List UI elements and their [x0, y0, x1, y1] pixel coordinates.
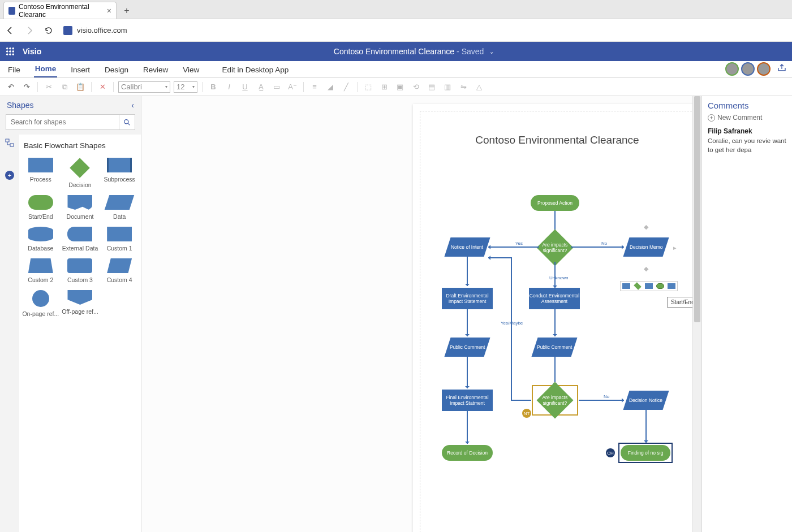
- shape-c1[interactable]: Custom 1: [100, 224, 139, 254]
- rotate-button[interactable]: ⟲: [410, 81, 422, 93]
- new-tab-button[interactable]: +: [119, 3, 135, 19]
- bold-button[interactable]: B: [207, 81, 219, 93]
- connector[interactable]: [488, 257, 511, 258]
- autoconnect-arrow-icon[interactable]: ▸: [673, 244, 677, 252]
- shape-c2[interactable]: Custom 2: [21, 256, 60, 286]
- connector[interactable]: [467, 411, 468, 444]
- node-finding[interactable]: Finding of no sig: [621, 445, 670, 461]
- mini-process-icon[interactable]: [622, 283, 630, 289]
- shape-startend[interactable]: Start/End: [21, 193, 60, 222]
- browser-tab[interactable]: Contoso Environmental Clearanc ×: [3, 2, 117, 19]
- mini-subprocess-icon[interactable]: [645, 283, 653, 289]
- shape-process[interactable]: Process: [21, 155, 60, 191]
- address-bar[interactable]: visio.office.com: [63, 26, 786, 35]
- quick-shapes-minibar[interactable]: [620, 281, 678, 291]
- node-draft-eis[interactable]: Draft Environmental Impact Statement: [442, 288, 493, 309]
- delete-button[interactable]: ✕: [96, 81, 109, 93]
- connector[interactable]: [467, 309, 468, 336]
- node-proposed-action[interactable]: Proposed Action: [531, 195, 579, 211]
- comment-badge-nt[interactable]: NT: [522, 409, 531, 418]
- mini-decision-icon[interactable]: [634, 282, 642, 290]
- node-notice-intent[interactable]: Notice of Intent: [444, 237, 490, 257]
- add-stencil-button[interactable]: +: [5, 171, 14, 180]
- italic-button[interactable]: I: [223, 81, 235, 93]
- node-public-comment-2[interactable]: Public Comment: [531, 338, 577, 357]
- drawing-page[interactable]: Contoso Environmental Clearance Proposed…: [413, 104, 701, 532]
- document-title[interactable]: Contoso Environmental Clearance - Saved …: [334, 47, 494, 56]
- mini-startend-icon[interactable]: [656, 283, 664, 289]
- shape-subproc[interactable]: Subprocess: [100, 155, 139, 191]
- connector[interactable]: [554, 262, 556, 288]
- node-final-eis[interactable]: Final Environmental Impact Statment: [442, 390, 493, 411]
- scrollbar-thumb[interactable]: [694, 96, 700, 322]
- node-decision-notice[interactable]: Decision Notice: [623, 391, 669, 410]
- shape-decision[interactable]: Decision: [61, 155, 100, 191]
- shape-c4[interactable]: Custom 4: [100, 256, 139, 286]
- node-record-decision[interactable]: Record of Decision: [442, 445, 493, 461]
- connector[interactable]: [511, 257, 512, 400]
- refresh-button[interactable]: [44, 26, 53, 35]
- copy-button[interactable]: ⧉: [58, 81, 71, 93]
- connector[interactable]: [571, 246, 624, 248]
- comment-badge-ch[interactable]: CH: [606, 448, 615, 457]
- tab-file[interactable]: File: [7, 66, 21, 77]
- shape-c3[interactable]: Custom 3: [61, 256, 100, 286]
- line-button[interactable]: ╱: [340, 81, 352, 93]
- connector[interactable]: [554, 309, 556, 336]
- more-button[interactable]: △: [473, 81, 485, 93]
- bring-front-button[interactable]: ▤: [425, 81, 438, 93]
- autoconnect-arrow-icon[interactable]: ◆: [644, 223, 648, 231]
- shape-data[interactable]: Data: [100, 193, 139, 222]
- connector[interactable]: [645, 410, 647, 443]
- fill-button[interactable]: ◢: [324, 81, 337, 93]
- group-button[interactable]: ▣: [394, 81, 406, 93]
- flip-button[interactable]: ⇋: [457, 81, 470, 93]
- undo-button[interactable]: ↶: [5, 81, 17, 93]
- align-button[interactable]: ≡: [308, 81, 321, 93]
- shape-doc[interactable]: Document: [61, 193, 100, 222]
- tab-design[interactable]: Design: [104, 66, 130, 77]
- connector[interactable]: [488, 246, 539, 248]
- canvas[interactable]: Contoso Environmental Clearance Proposed…: [141, 96, 701, 532]
- collapse-panel-button[interactable]: ‹: [131, 101, 134, 110]
- send-back-button[interactable]: ▥: [441, 81, 454, 93]
- shape-extdata[interactable]: External Data: [61, 224, 100, 254]
- font-size-select[interactable]: 12▾: [174, 81, 197, 93]
- mini-document-icon[interactable]: [668, 283, 675, 289]
- close-icon[interactable]: ×: [107, 6, 111, 15]
- connector[interactable]: [579, 400, 624, 401]
- font-name-select[interactable]: Calibri▾: [118, 81, 170, 93]
- tab-insert[interactable]: Insert: [70, 66, 91, 77]
- font-color-button[interactable]: A̲: [255, 81, 267, 93]
- back-button[interactable]: [6, 26, 15, 35]
- paste-button[interactable]: 📋: [74, 81, 87, 93]
- connector[interactable]: [467, 357, 468, 388]
- connector[interactable]: [467, 257, 468, 286]
- connector[interactable]: [554, 357, 556, 385]
- shape-database[interactable]: Database: [21, 224, 60, 254]
- position-button[interactable]: ⊞: [378, 81, 390, 93]
- app-launcher-icon[interactable]: [6, 47, 15, 56]
- avatar[interactable]: [725, 62, 739, 76]
- search-icon[interactable]: [119, 115, 135, 129]
- shape-search-input[interactable]: [6, 115, 119, 129]
- node-public-comment-1[interactable]: Public Comment: [444, 338, 490, 357]
- stencil-icon[interactable]: [5, 138, 15, 148]
- tab-home[interactable]: Home: [34, 64, 58, 77]
- arrange-button[interactable]: ⬚: [362, 81, 375, 93]
- node-decision-impacts[interactable]: Are impacts significant?: [536, 229, 573, 266]
- clear-format-button[interactable]: A⁻: [286, 81, 299, 93]
- avatar[interactable]: [741, 62, 755, 76]
- shape-circle[interactable]: On-page ref...: [21, 288, 60, 319]
- autoconnect-arrow-icon[interactable]: ◆: [644, 265, 648, 273]
- tab-review[interactable]: Review: [142, 66, 169, 77]
- comment-item[interactable]: Filip Safranek Coralie, can you revie wa…: [708, 127, 786, 154]
- avatar[interactable]: [757, 62, 771, 76]
- node-decision-memo[interactable]: Decision Memo: [623, 237, 669, 257]
- underline-button[interactable]: U: [239, 81, 251, 93]
- tab-view[interactable]: View: [182, 66, 200, 77]
- cut-button[interactable]: ✂: [42, 81, 55, 93]
- forward-button[interactable]: [25, 26, 34, 35]
- share-icon[interactable]: [776, 62, 787, 73]
- vertical-scrollbar[interactable]: [692, 96, 701, 532]
